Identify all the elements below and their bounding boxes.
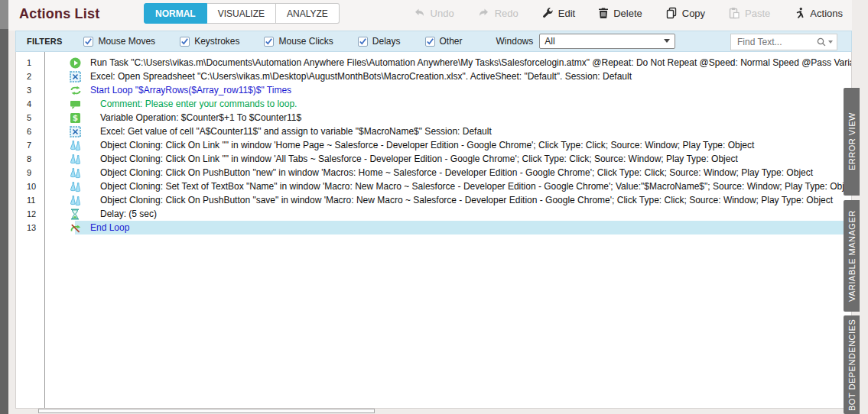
actions-list-content: 1Run Task "C:\Users\vikas.m\Documents\Au… xyxy=(15,52,852,409)
side-tab-bot-dependencies[interactable]: BOT DEPENDENCIES xyxy=(844,315,860,414)
action-row-7[interactable]: 7Object Cloning: Click On Link "" in win… xyxy=(16,138,851,152)
trash-icon xyxy=(598,7,609,19)
row-highlight: Comment: Please enter your commands to l… xyxy=(75,97,851,111)
windows-dropdown[interactable]: All xyxy=(539,34,675,49)
line-number: 12 xyxy=(16,209,39,218)
row-highlight: End Loop xyxy=(75,221,851,234)
filter-mouse-moves[interactable]: Mouse Moves xyxy=(83,36,155,47)
filter-mouse-clicks[interactable]: Mouse Clicks xyxy=(264,36,333,47)
action-row-9[interactable]: 9Object Cloning: Click On PushButton "ne… xyxy=(16,166,851,180)
action-row-1[interactable]: 1Run Task "C:\Users\vikas.m\Documents\Au… xyxy=(16,56,851,70)
action-command-text: Object Cloning: Click On PushButton "sav… xyxy=(81,193,851,207)
checkbox-icon[interactable] xyxy=(264,37,274,47)
action-command-text: Variable Operation: $Counter$+1 To $Coun… xyxy=(81,111,851,125)
object-cloning-icon xyxy=(70,167,81,179)
horizontal-scrollbar[interactable] xyxy=(15,409,852,414)
line-number: 9 xyxy=(16,168,39,177)
action-row-5[interactable]: 5$Variable Operation: $Counter$+1 To $Co… xyxy=(16,111,851,125)
row-highlight: Start Loop "$ArrayRows($Array_row11$)$" … xyxy=(75,83,851,97)
action-row-3[interactable]: 3Start Loop "$ArrayRows($Array_row11$)$"… xyxy=(16,83,851,97)
side-tab-error-view[interactable]: ERROR VIEW xyxy=(844,88,860,196)
row-highlight: Excel: Open Spreadsheet "C:\Users\vikas.… xyxy=(75,70,851,83)
filter-checkbox-label: Mouse Clicks xyxy=(278,36,333,47)
side-tab-variable-manager[interactable]: VARIABLE MANAGER xyxy=(844,200,860,312)
filter-checkboxes: Mouse MovesKeystrokesMouse ClicksDelaysO… xyxy=(83,36,486,47)
line-number: 1 xyxy=(16,58,39,67)
undo-button: Undo xyxy=(413,7,454,19)
excel-icon xyxy=(70,126,81,137)
toolbar-button-label: Copy xyxy=(682,8,705,19)
action-row-12[interactable]: 12Delay: (5 sec) xyxy=(16,207,851,221)
action-row-8[interactable]: 8Object Cloning: Click On Link "" in win… xyxy=(16,152,851,166)
search-options-caret-icon xyxy=(828,40,833,44)
filters-bar: FILTERS Mouse MovesKeystrokesMouse Click… xyxy=(15,31,852,52)
filter-delays[interactable]: Delays xyxy=(358,36,401,47)
action-command-text: End Loop xyxy=(81,221,851,234)
checkbox-icon[interactable] xyxy=(180,37,190,47)
paste-button: Paste xyxy=(728,7,770,19)
actions-list-panel: Actions List NORMALVISUALIZEANALYZE Undo… xyxy=(8,0,868,414)
tab-normal[interactable]: NORMAL xyxy=(144,3,207,24)
object-cloning-icon xyxy=(70,140,81,151)
line-number: 7 xyxy=(16,141,39,150)
delete-button[interactable]: Delete xyxy=(598,7,642,19)
checkbox-icon[interactable] xyxy=(83,37,93,47)
action-row-2[interactable]: 2Excel: Open Spreadsheet "C:\Users\vikas… xyxy=(16,70,851,83)
action-command-text: Object Cloning: Click On PushButton "new… xyxy=(81,166,851,180)
row-highlight: Delay: (5 sec) xyxy=(75,207,851,221)
excel-icon xyxy=(70,71,81,82)
search-icon-group[interactable] xyxy=(816,37,833,47)
tab-visualize[interactable]: VISUALIZE xyxy=(207,3,276,24)
redo-button: Redo xyxy=(477,7,519,19)
redo-icon xyxy=(477,7,490,19)
edit-button[interactable]: Edit xyxy=(541,7,575,19)
action-row-4[interactable]: 4Comment: Please enter your commands to … xyxy=(16,97,851,111)
checkbox-icon[interactable] xyxy=(425,37,435,47)
line-number: 8 xyxy=(16,154,39,163)
row-highlight: Object Cloning: Click On Link "" in wind… xyxy=(75,138,851,152)
delay-icon xyxy=(70,209,81,220)
actions-button[interactable]: Actions xyxy=(793,7,843,19)
page-title: Actions List xyxy=(19,6,99,22)
action-command-text: Object Cloning: Click On Link "" in wind… xyxy=(81,138,851,152)
toolbar-button-label: Actions xyxy=(810,8,843,19)
windows-label: Windows xyxy=(496,36,534,47)
line-number: 10 xyxy=(16,182,39,191)
search-icon xyxy=(816,37,827,47)
copy-icon xyxy=(665,7,678,19)
header: Actions List NORMALVISUALIZEANALYZE Undo… xyxy=(8,0,852,31)
undo-icon xyxy=(413,7,426,19)
left-dock-rail-top xyxy=(0,0,8,29)
action-row-13[interactable]: 13End Loop xyxy=(16,221,851,234)
action-command-text: Excel: Get value of cell "A$Counter11$" … xyxy=(81,125,851,138)
checkbox-icon[interactable] xyxy=(358,37,368,47)
paste-icon xyxy=(728,7,740,19)
copy-button[interactable]: Copy xyxy=(665,7,705,19)
windows-dropdown-value: All xyxy=(545,36,554,47)
horizontal-scrollbar-thumb[interactable] xyxy=(38,409,375,413)
toolbar-button-label: Edit xyxy=(558,8,575,19)
row-highlight: Variable Operation: $Counter$+1 To $Coun… xyxy=(75,111,851,125)
action-row-6[interactable]: 6Excel: Get value of cell "A$Counter11$"… xyxy=(16,125,851,138)
line-number: 11 xyxy=(16,196,39,205)
action-row-10[interactable]: 10Object Cloning: Set Text of TextBox "N… xyxy=(16,180,851,193)
variable-icon: $ xyxy=(70,112,81,124)
row-highlight: Object Cloning: Set Text of TextBox "Nam… xyxy=(75,180,851,193)
filter-keystrokes[interactable]: Keystrokes xyxy=(180,36,239,47)
action-command-text: Delay: (5 sec) xyxy=(81,207,851,221)
action-row-11[interactable]: 11Object Cloning: Click On PushButton "s… xyxy=(16,193,851,207)
filter-checkbox-label: Other xyxy=(440,36,463,47)
filter-other[interactable]: Other xyxy=(425,36,463,47)
find-text-box xyxy=(730,34,837,50)
comment-icon xyxy=(70,99,81,110)
find-text-input[interactable] xyxy=(731,37,816,47)
action-command-text: Object Cloning: Set Text of TextBox "Nam… xyxy=(81,180,851,193)
action-rows: 1Run Task "C:\Users\vikas.m\Documents\Au… xyxy=(16,56,851,234)
svg-text:$: $ xyxy=(73,113,78,122)
toolbar-button-label: Undo xyxy=(431,8,454,19)
action-command-text: Excel: Open Spreadsheet "C:\Users\vikas.… xyxy=(81,70,851,83)
row-highlight: Object Cloning: Click On PushButton "sav… xyxy=(75,193,851,207)
action-command-text: Object Cloning: Click On Link "" in wind… xyxy=(81,152,851,166)
tab-analyze[interactable]: ANALYZE xyxy=(276,3,340,24)
row-highlight: Excel: Get value of cell "A$Counter11$" … xyxy=(75,125,851,138)
